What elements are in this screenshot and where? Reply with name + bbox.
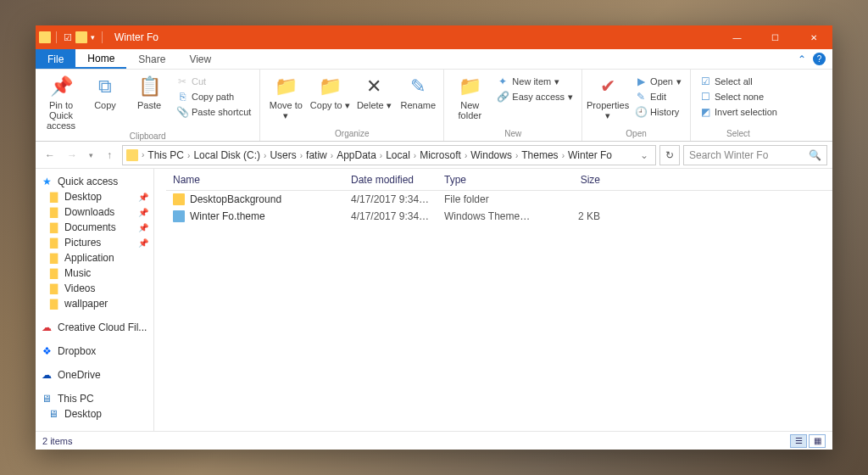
thumbnail-view-button[interactable]: ▦ [809,434,826,448]
help-icon[interactable]: ? [813,53,826,65]
folder-icon [173,193,185,205]
ribbon-collapse-icon[interactable]: ⌃ [798,53,806,65]
ribbon: 📌 Pin to Quick access ⧉ Copy 📋 Paste ✂Cu… [36,70,832,142]
crumb[interactable]: Local [382,149,414,161]
file-row[interactable]: DesktopBackground4/17/2017 9:34 AMFile f… [166,191,832,208]
pin-icon: 📌 [138,223,148,232]
select-all-button[interactable]: ☑Select all [696,75,781,88]
sidebar-item[interactable]: ▇Videos [36,281,153,296]
tab-home[interactable]: Home [75,49,126,69]
cloud-icon: ☁ [41,369,53,381]
new-item-button[interactable]: ✦New item ▾ [493,75,576,88]
open-button[interactable]: ▶Open ▾ [632,75,685,88]
rename-icon: ✎ [406,75,430,98]
folder-icon [126,149,138,161]
sidebar-this-pc[interactable]: 🖥This PC [36,391,153,406]
tab-view[interactable]: View [177,49,223,69]
breadcrumb[interactable]: › This PC›Local Disk (C:)›Users›fatiw›Ap… [122,145,656,165]
tab-file[interactable]: File [36,49,75,69]
sidebar-item[interactable]: ▇Documents📌 [36,220,153,235]
file-list[interactable]: Name Date modified Type Size DesktopBack… [154,169,832,431]
crumb[interactable]: Windows [467,149,515,161]
col-date[interactable]: Date modified [344,174,437,186]
close-button[interactable]: ✕ [794,25,832,49]
search-input[interactable]: Search Winter Fo 🔍 [683,145,827,165]
forward-button[interactable]: → [63,146,81,165]
select-none-button[interactable]: ☐Select none [696,90,781,103]
sidebar-onedrive[interactable]: ☁OneDrive [36,367,153,383]
details-view-button[interactable]: ☰ [790,434,807,448]
desktop-icon: 🖥 [47,408,59,420]
col-name[interactable]: Name [166,174,344,186]
group-clipboard: 📌 Pin to Quick access ⧉ Copy 📋 Paste ✂Cu… [36,70,260,141]
folder-icon[interactable] [75,31,87,43]
nav-pane[interactable]: ★Quick access ▇Desktop📌▇Downloads📌▇Docum… [36,169,154,431]
sidebar-dropbox[interactable]: ❖Dropbox [36,344,153,359]
separator [102,31,103,43]
qat-dropdown[interactable]: ▾ [89,33,97,42]
back-button[interactable]: ← [41,146,59,165]
pc-icon: 🖥 [41,393,53,405]
easy-access-button[interactable]: 🔗Easy access ▾ [493,90,576,103]
crumb[interactable]: AppData [333,149,380,161]
qat: ☑ ▾ [39,31,111,43]
check-icon[interactable]: ☑ [62,31,74,43]
invert-icon: ◩ [699,106,711,118]
crumb[interactable]: Local Disk (C:) [190,149,264,161]
recent-dropdown[interactable]: ▾ [85,146,97,165]
sidebar-creative-cloud[interactable]: ☁Creative Cloud Fil... [36,320,153,335]
refresh-button[interactable]: ↻ [659,145,680,165]
crumb[interactable]: This PC [144,149,187,161]
new-folder-icon: 📁 [458,75,481,98]
crumb[interactable]: Winter Fo [565,149,615,161]
sidebar-item[interactable]: ▇Music [36,265,153,281]
window-title: Winter Fo [111,31,718,43]
group-label: Select [696,128,781,141]
paste-shortcut-button[interactable]: 📎Paste shortcut [173,105,254,119]
invert-selection-button[interactable]: ◩Invert selection [696,105,781,119]
new-folder-button[interactable]: 📁 New folder [449,71,490,120]
maximize-button[interactable]: ☐ [756,25,794,49]
sidebar-item[interactable]: ▇wallpaper [36,296,153,311]
sidebar-item[interactable]: ▇Pictures📌 [36,235,153,250]
sidebar-item[interactable]: ▇Downloads📌 [36,204,153,220]
copy-button[interactable]: ⧉ Copy [85,71,125,110]
breadcrumb-dropdown[interactable]: ⌄ [637,149,652,161]
history-icon: 🕘 [635,106,647,118]
col-size[interactable]: Size [539,174,607,186]
col-type[interactable]: Type [437,174,539,186]
delete-button[interactable]: ✕ Delete ▾ [353,71,394,110]
sidebar-item[interactable]: ▇Desktop📌 [36,189,153,204]
pin-button[interactable]: 📌 Pin to Quick access [41,71,81,131]
paste-button[interactable]: 📋 Paste [129,71,170,110]
group-organize: 📁 Move to ▾ 📁 Copy to ▾ ✕ Delete ▾ ✎ Ren… [260,70,444,141]
edit-button[interactable]: ✎Edit [632,90,685,103]
copy-to-button[interactable]: 📁 Copy to ▾ [309,71,350,110]
cut-button[interactable]: ✂Cut [173,75,254,88]
crumb[interactable]: fatiw [303,149,331,161]
sidebar-quick-access[interactable]: ★Quick access [36,174,153,189]
sidebar-item[interactable]: ▇Application [36,250,153,265]
crumb[interactable]: Themes [518,149,561,161]
search-icon: 🔍 [809,149,821,161]
file-row[interactable]: Winter Fo.theme4/17/2017 9:34 AMWindows … [166,208,832,225]
folder-icon: ▇ [47,267,59,279]
group-label: Open [587,128,685,141]
folder-icon: ▇ [47,237,59,249]
crumb[interactable]: Microsoft [416,149,465,161]
up-button[interactable]: ↑ [100,146,119,165]
tab-share[interactable]: Share [126,49,177,69]
sidebar-item[interactable]: 🖥Desktop [36,406,153,422]
titlebar[interactable]: ☑ ▾ Winter Fo — ☐ ✕ [36,25,832,49]
crumb[interactable]: Users [266,149,299,161]
folder-icon: ▇ [47,282,59,294]
view-toggles: ☰ ▦ [790,434,826,448]
history-button[interactable]: 🕘History [632,105,685,119]
copy-path-button[interactable]: ⎘Copy path [173,90,254,103]
properties-button[interactable]: ✔ Properties ▾ [587,71,628,120]
rename-button[interactable]: ✎ Rename [398,71,438,110]
move-to-button[interactable]: 📁 Move to ▾ [265,71,306,120]
group-label: New [449,128,576,141]
check-icon: ✔ [596,75,620,98]
minimize-button[interactable]: — [718,25,756,49]
